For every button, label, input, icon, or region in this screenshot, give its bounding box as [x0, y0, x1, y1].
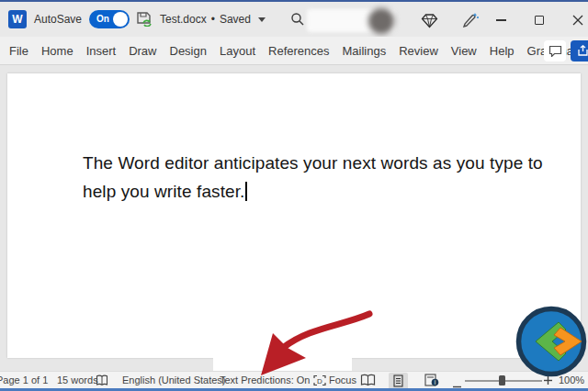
share-button[interactable] — [571, 40, 588, 61]
comments-button[interactable] — [544, 40, 566, 61]
ribbon-tab-layout[interactable]: Layout — [213, 44, 262, 58]
word-app-icon[interactable]: W — [8, 10, 27, 28]
ribbon-tab-row: FileHomeInsertDrawDesignLayoutReferences… — [0, 37, 588, 65]
minimize-button[interactable] — [485, 4, 516, 37]
avatar[interactable] — [368, 8, 394, 34]
doc-save-status: Saved — [220, 13, 251, 26]
ribbon-tab-review[interactable]: Review — [392, 44, 445, 58]
close-icon — [572, 15, 583, 26]
doc-separator: • — [211, 13, 215, 26]
red-arrow-annotation — [239, 301, 386, 384]
ribbon-tab-draw[interactable]: Draw — [122, 44, 163, 58]
page-indicator[interactable]: Page 1 of 1 — [0, 374, 48, 385]
ribbon-tab-mailings[interactable]: Mailings — [336, 44, 393, 58]
autosave-label: AutoSave — [34, 13, 82, 26]
autosave-toggle[interactable]: On — [89, 10, 130, 28]
maximize-button[interactable] — [524, 4, 555, 37]
text-cursor — [245, 182, 247, 201]
search-icon[interactable] — [290, 12, 305, 30]
comment-icon — [548, 45, 562, 57]
zoom-slider-thumb[interactable] — [499, 375, 505, 385]
ribbon-tab-file[interactable]: File — [3, 44, 35, 58]
share-icon — [577, 45, 588, 57]
paragraph-line-2: help you write faster. — [83, 177, 543, 206]
language-status[interactable]: English (United States) — [122, 374, 226, 385]
doc-name: Test.docx — [160, 13, 207, 26]
ribbon-tab-help[interactable]: Help — [483, 44, 521, 58]
premium-gem-icon[interactable] — [421, 13, 438, 32]
ribbon-tab-references[interactable]: References — [262, 44, 335, 58]
paragraph-line-1: The Word editor anticipates your next wo… — [83, 149, 543, 177]
ribbon-tab-design[interactable]: Design — [164, 44, 213, 58]
word-count[interactable]: 15 words — [57, 374, 98, 385]
autosave-state: On — [96, 14, 109, 24]
ribbon-tab-view[interactable]: View — [445, 44, 483, 58]
save-sync-icon[interactable] — [136, 11, 153, 30]
ribbon-tab-insert[interactable]: Insert — [80, 44, 123, 58]
editor-pen-icon[interactable] — [461, 11, 480, 33]
close-button[interactable] — [562, 4, 588, 37]
chevron-down-icon — [258, 17, 266, 22]
maximize-icon — [535, 16, 544, 25]
paragraph[interactable]: The Word editor anticipates your next wo… — [83, 149, 543, 206]
svg-text:i: i — [435, 379, 435, 385]
title-bar: W AutoSave On Test.docx • Saved — [0, 2, 588, 37]
proofing-book-icon[interactable] — [96, 374, 108, 388]
document-title[interactable]: Test.docx • Saved — [160, 13, 266, 26]
minimize-icon — [496, 19, 506, 21]
toggle-knob — [113, 12, 128, 27]
word-window: W AutoSave On Test.docx • Saved — [0, 0, 588, 391]
ribbon-tab-home[interactable]: Home — [35, 44, 80, 58]
ribbon-tabs: FileHomeInsertDrawDesignLayoutReferences… — [3, 37, 588, 64]
site-logo — [513, 303, 588, 380]
web-layout-icon[interactable]: i — [424, 374, 439, 388]
